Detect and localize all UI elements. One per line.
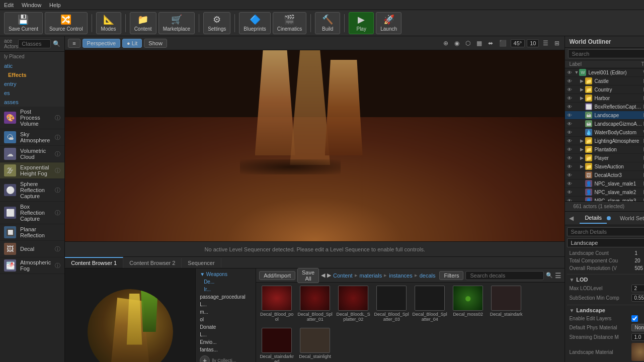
breadcrumb-materials[interactable]: materials (360, 273, 382, 279)
outliner-row-castle[interactable]: 👁 ▶ 📁 Castle Folder (565, 77, 644, 85)
decal-item-stainlight[interactable]: Decal_stainlight (297, 328, 333, 363)
tab-sequencer[interactable]: Sequencer (182, 258, 221, 268)
panel-item-post-process[interactable]: 🎨 Post Process Volume ⓘ (0, 107, 64, 129)
play-button[interactable]: ▶ Play (349, 12, 374, 34)
outliner-row-landscape[interactable]: 👁 ▶ 🏔 Landscape Landscape (565, 111, 644, 120)
decal-item-blood-splatter03[interactable]: Decal_Blood_Splatter_03 (374, 286, 409, 325)
panel-item-box-reflection[interactable]: ⬜ Box Reflection Capture ⓘ (0, 202, 64, 224)
panel-item-sphere-reflection[interactable]: ⚪ Sphere Reflection Capture ⓘ (0, 179, 64, 202)
streaming-distance-input[interactable] (631, 333, 644, 341)
details-search-row: ☰ (567, 227, 644, 236)
outliner-search-input[interactable] (568, 49, 644, 58)
outliner-count-row: 661 actors (1 selected) View Opt (565, 201, 644, 211)
build-button[interactable]: 🔨 Build (315, 12, 340, 34)
decal-item-blood-splatter04[interactable]: Decal_Blood_Splatter_04 (412, 286, 447, 325)
panel-item-sky-atmosphere[interactable]: 🌤 Sky Atmosphere ⓘ (0, 129, 64, 146)
source-control-button[interactable]: 🔀 Source Control (45, 12, 88, 34)
modes-button[interactable]: 📐 Modes (96, 12, 121, 34)
breadcrumb-content[interactable]: Content (333, 273, 353, 279)
right-panel: World Outliner Label Type 👁 ▼ W Level001… (565, 36, 644, 362)
decal-item-staindarkred[interactable]: Decal_staindarkred (259, 328, 294, 363)
character-circle (88, 289, 173, 362)
content-button[interactable]: 📁 Content (130, 12, 156, 34)
decal-item-blood-pool[interactable]: Decal_Blood_pool (259, 286, 294, 325)
outliner-row-player[interactable]: 👁 ▶ 📁 Player Folder (565, 154, 644, 162)
outliner-row-decal-actor3[interactable]: 👁 ▶ 🖼 DecalActor3 DecalActor (565, 171, 644, 179)
outliner-row-lighting[interactable]: 👁 ▶ 📁 LightingAtmosphere Folder (565, 137, 644, 145)
breadcrumb-decals[interactable]: decals (420, 273, 436, 279)
viewport[interactable] (65, 50, 565, 241)
lod-max-input[interactable] (631, 285, 644, 292)
list-view-icon[interactable]: ☰ (555, 272, 561, 280)
add-import-button[interactable]: Add/Import (259, 271, 295, 280)
outliner-row-harbor[interactable]: 👁 ▶ 📁 Harbor Folder (565, 94, 644, 103)
panel-item-exp-height-fog[interactable]: 🌫 Exponential Height Fog ⓘ (0, 162, 64, 179)
blueprints-button[interactable]: 🔷 Blueprints (239, 12, 270, 34)
viewport-icon-7[interactable]: ☰ (541, 39, 550, 48)
default-phys-material-none-button[interactable]: None (631, 324, 644, 331)
classes-search[interactable] (18, 39, 51, 48)
decal-item-blood-splatter01[interactable]: Decal_Blood_Splatter_01 (297, 286, 333, 325)
outliner-row-landscape-gizmo[interactable]: 👁 ▶ 🏔 LandscapeGizmoActiveActor Landscap… (565, 120, 644, 128)
folder-icon-castle: 📁 (585, 77, 592, 84)
menu-item-edit[interactable]: Edit (4, 2, 14, 8)
nav-back-icon[interactable]: ◀ (321, 272, 325, 279)
settings-button[interactable]: ⚙ Settings (203, 12, 230, 34)
decal-item-moss02[interactable]: ● Decal_moss02 (450, 286, 486, 325)
save-all-button[interactable]: Save All (297, 268, 319, 283)
arrow-plantation: ▶ (580, 147, 585, 152)
panel-item-atmospheric-fog[interactable]: 🌁 Atmospheric Fog ⓘ (0, 257, 64, 274)
show-button[interactable]: Show (144, 39, 167, 48)
outliner-row-water-body[interactable]: 👁 ▶ 💧 WaterBodyCustom WaterBody (565, 128, 644, 137)
menu-item-window[interactable]: Window (22, 2, 41, 8)
volumetric-cloud-info: ⓘ (55, 150, 60, 158)
details-name-input[interactable] (567, 238, 644, 247)
details-toggle-icon[interactable]: ◀ (569, 215, 574, 222)
breadcrumb-instances[interactable]: instances (389, 273, 412, 279)
viewport-icon-4[interactable]: ▦ (474, 39, 484, 48)
viewport-options-button[interactable]: ≡ (68, 39, 80, 48)
lod-subsection-input[interactable] (631, 294, 644, 302)
outliner-row-country[interactable]: 👁 ▶ 📁 Country Folder (565, 85, 644, 94)
panel-item-volumetric-cloud[interactable]: ☁ Volumetric Cloud ⓘ (0, 146, 64, 162)
menu-item-help[interactable]: Help (49, 2, 61, 8)
tab-content-browser-2[interactable]: Content Browser 2 (123, 258, 182, 268)
outliner-row-slave-auction[interactable]: 👁 ▶ 📁 SlaveAuction Folder (565, 162, 644, 171)
tab-details[interactable]: Details (580, 213, 607, 224)
tab-world-settings[interactable]: World Settings (615, 213, 644, 223)
viewport-grid-icon[interactable]: ⊞ (552, 39, 561, 48)
details-search-input[interactable] (567, 227, 644, 236)
filters-button[interactable]: Filters (439, 271, 463, 280)
tab-content-browser-1[interactable]: Content Browser 1 (65, 257, 123, 268)
decal-item-blood-splatter02[interactable]: Decal_BloodL_Splatter_02 (336, 286, 371, 325)
lod-section[interactable]: ▼ LOD (567, 274, 644, 284)
arrow-slave-auction: ▶ (580, 164, 585, 169)
perspective-button[interactable]: Perspective (83, 39, 120, 48)
outliner-row-level001[interactable]: 👁 ▼ W Level001 (Editor) World (565, 68, 644, 77)
viewport-icon-6[interactable]: ⬛ (497, 39, 509, 48)
decal-item-staindark[interactable]: Decal_staindark (489, 286, 524, 325)
nav-forward-icon[interactable]: ▶ (327, 272, 331, 279)
outliner-row-plantation[interactable]: 👁 ▶ 📁 Plantation Folder (565, 145, 644, 154)
decal-search-input[interactable] (465, 271, 544, 280)
marketplace-button[interactable]: 🛒 Marketplace (158, 12, 195, 34)
details-tab-toggle: ◀ (565, 215, 580, 222)
outliner-row-npc-male1[interactable]: 👁 ▶ 👤 NPC_slave_male1 Edit NPC_s (565, 179, 644, 188)
launch-button[interactable]: 🚀 Launch (376, 12, 401, 34)
box-reflection-info: ⓘ (55, 209, 60, 217)
panel-item-planar-reflection[interactable]: 🔲 Planar Reflection (0, 224, 64, 241)
enable-edit-layers-checkbox[interactable] (631, 315, 638, 322)
outliner-row-box-reflection[interactable]: 👁 ▶ ⬜ BoxReflectionCapture BoxReflect (565, 103, 644, 111)
panel-item-decal[interactable]: 🖼 Decal ⓘ (0, 241, 64, 257)
cinematics-button[interactable]: 🎬 Cinematics (273, 12, 306, 34)
viewport-icon-5[interactable]: ⬌ (486, 39, 495, 48)
landscape-section[interactable]: ▼ Landscape (567, 305, 644, 314)
outliner-row-npc-male2[interactable]: 👁 ▶ 👤 NPC_slave_male2 Edit NPC_s (565, 188, 644, 197)
viewport-icon-3[interactable]: ⬡ (463, 39, 472, 48)
viewport-icon-1[interactable]: ⊕ (441, 39, 450, 48)
save-current-button[interactable]: 💾 Save Current (4, 12, 43, 34)
add-collection-button[interactable]: + (200, 355, 210, 362)
viewport-icon-2[interactable]: ◉ (452, 39, 461, 48)
outliner-row-npc-male3[interactable]: 👁 ▶ 👤 NPC_slave_male3 Edit NPC_s (565, 197, 644, 201)
lit-button[interactable]: ● Lit (122, 39, 142, 48)
